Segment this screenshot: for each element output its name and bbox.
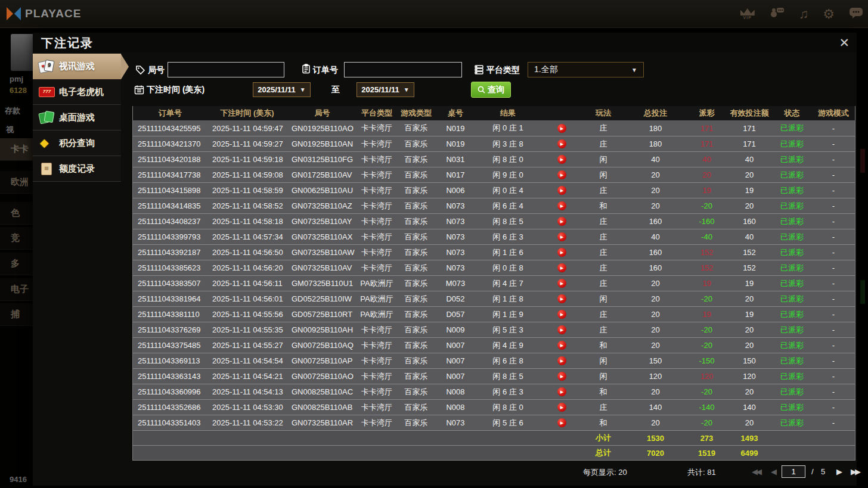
cell-round-number: GM07325B110U1 xyxy=(287,276,358,291)
replay-play-icon[interactable] xyxy=(557,279,566,288)
cell-round-number: GN00725B110AP xyxy=(287,353,358,368)
col-header: 桌号 xyxy=(436,106,475,120)
cell-status: 已派彩 xyxy=(771,229,813,244)
replay-play-icon[interactable] xyxy=(557,186,566,195)
cell-game-type: 百家乐 xyxy=(396,214,436,229)
modal-sidebar: 视讯游戏 电子老虎机 桌面游戏 积分查询 额度记录 xyxy=(33,54,121,182)
replay-play-icon[interactable] xyxy=(557,325,566,334)
replay-play-icon[interactable] xyxy=(557,310,566,319)
first-page-icon[interactable]: ◀◀ xyxy=(752,467,760,476)
col-header: 总投注 xyxy=(625,106,686,120)
cell-bet-time: 2025-11-11 04:54:13 xyxy=(207,384,287,399)
prev-page-icon[interactable]: ◀ xyxy=(771,467,775,476)
cell-valid-bet: 19 xyxy=(727,276,771,291)
cell-total-bet: 20 xyxy=(625,338,686,353)
vip-icon[interactable]: VIP xyxy=(740,8,755,20)
cell-status: 已派彩 xyxy=(771,400,813,415)
sidebar-item-label: 额度记录 xyxy=(59,163,95,175)
per-page-label: 每页显示: 20 xyxy=(583,467,627,478)
chat-icon[interactable] xyxy=(849,7,863,21)
cell-result: 闲 4 庄 7 xyxy=(475,276,541,291)
cell-bet-time: 2025-11-11 04:54:54 xyxy=(207,353,287,368)
replay-play-icon[interactable] xyxy=(557,294,566,303)
date-from-select[interactable]: 2025/11/11 ▼ xyxy=(253,82,311,97)
cell-valid-bet: 20 xyxy=(727,415,771,430)
cell-game-type: 百家乐 xyxy=(396,291,436,306)
sidebar-item[interactable]: 积分查询 xyxy=(33,130,121,156)
customer-service-icon[interactable] xyxy=(769,7,785,22)
cell-result: 闲 8 庄 5 xyxy=(475,369,541,384)
sidebar-item[interactable]: 电子老虎机 xyxy=(33,79,121,105)
cell-play-method: 庄 xyxy=(582,322,625,337)
sidebar-item-label: 电子老虎机 xyxy=(59,86,104,98)
replay-play-icon[interactable] xyxy=(557,403,566,412)
cell-total-bet: 160 xyxy=(625,245,686,260)
col-header: 玩法 xyxy=(582,106,625,120)
replay-play-icon[interactable] xyxy=(557,356,566,365)
cell-play-method: 庄 xyxy=(582,214,625,229)
cell-valid-bet: 171 xyxy=(727,136,771,151)
cell-game-mode: - xyxy=(813,276,854,291)
cell-game-type: 百家乐 xyxy=(396,338,436,353)
replay-play-icon[interactable] xyxy=(557,418,566,427)
page-number-input[interactable] xyxy=(782,465,805,478)
cell-play-method: 庄 xyxy=(582,276,625,291)
sidebar-item-label: 积分查询 xyxy=(59,138,95,149)
cell-order-number: 251111043421370 xyxy=(133,136,207,151)
close-icon[interactable]: ✕ xyxy=(839,36,850,49)
round-number-label: 局号 xyxy=(148,65,165,76)
replay-play-icon[interactable] xyxy=(557,232,566,241)
cell-platform: 卡卡湾厅 xyxy=(358,198,396,213)
date-to-select[interactable]: 2025/11/11 ▼ xyxy=(356,82,414,97)
cell-platform: 卡卡湾厅 xyxy=(358,120,396,136)
replay-play-icon[interactable] xyxy=(557,372,566,381)
next-page-icon[interactable]: ▶ xyxy=(836,467,841,476)
replay-play-icon[interactable] xyxy=(557,124,566,133)
replay-play-icon[interactable] xyxy=(557,139,566,148)
replay-play-icon[interactable] xyxy=(557,341,566,350)
replay-play-icon[interactable] xyxy=(557,263,566,272)
last-page-icon[interactable]: ▶▶ xyxy=(851,467,859,476)
cell-play-method: 庄 xyxy=(582,245,625,260)
replay-play-icon[interactable] xyxy=(557,155,566,164)
cell-game-type: 百家乐 xyxy=(396,136,436,151)
cell-order-number: 251111043399793 xyxy=(133,229,207,244)
cell-status: 已派彩 xyxy=(771,136,813,151)
cell-total-bet: 160 xyxy=(625,260,686,275)
subtotal-label: 小计 xyxy=(582,431,625,445)
cell-platform: 卡卡湾厅 xyxy=(358,384,396,399)
cell-status: 已派彩 xyxy=(771,260,813,275)
cell-payout: 171 xyxy=(686,120,727,136)
cell-valid-bet: 19 xyxy=(727,307,771,322)
query-button[interactable]: 查询 xyxy=(471,82,511,98)
replay-play-icon[interactable] xyxy=(557,387,566,396)
table-row: 251111043369113 2025-11-11 04:54:54 GN00… xyxy=(133,353,855,368)
order-number-input[interactable] xyxy=(344,62,462,77)
cell-payout: 40 xyxy=(686,152,727,167)
replay-play-icon[interactable] xyxy=(557,170,566,179)
cell-game-type: 百家乐 xyxy=(396,276,436,291)
sidebar-item[interactable]: 视讯游戏 xyxy=(33,54,121,79)
round-number-input[interactable] xyxy=(168,62,284,77)
cell-total-bet: 20 xyxy=(625,415,686,430)
replay-play-icon[interactable] xyxy=(557,248,566,257)
music-icon[interactable]: ♫ xyxy=(799,8,809,21)
cell-result: 闲 4 庄 9 xyxy=(475,338,541,353)
cell-bet-time: 2025-11-11 04:55:35 xyxy=(207,322,287,337)
replay-play-icon[interactable] xyxy=(557,217,566,226)
cell-round-number: GD05725B110RT xyxy=(287,307,358,322)
sidebar-item[interactable]: 桌面游戏 xyxy=(33,105,121,130)
cell-table-number: N031 xyxy=(436,152,475,167)
gear-icon[interactable]: ⚙ xyxy=(823,8,835,21)
to-label: 至 xyxy=(331,85,340,95)
replay-play-icon[interactable] xyxy=(557,201,566,210)
cell-platform: 卡卡湾厅 xyxy=(358,260,396,275)
col-header xyxy=(541,106,582,120)
cell-game-type: 百家乐 xyxy=(396,400,436,415)
cell-game-mode: - xyxy=(813,183,854,198)
sidebar-item[interactable]: 额度记录 xyxy=(33,156,121,182)
platform-type-select[interactable]: 1.全部 ▼ xyxy=(528,62,644,77)
playace-logo[interactable]: PLAYACE xyxy=(6,6,81,21)
cell-total-bet: 20 xyxy=(625,167,686,182)
cell-bet-time: 2025-11-11 04:59:47 xyxy=(207,120,287,136)
